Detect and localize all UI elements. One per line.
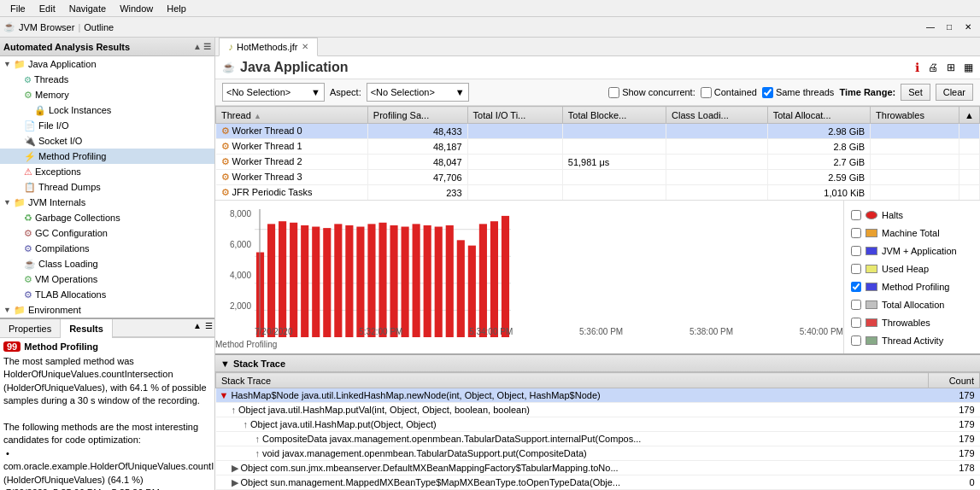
stack-row[interactable]: ↑Object java.util.HashMap.put(Object, Ob… [216,417,980,432]
legend-item[interactable]: Thread Activity [851,333,973,348]
contained-check[interactable]: Contained [701,87,757,98]
table-row[interactable]: ⚙Worker Thread 3 47,706 2.59 GiB [216,170,980,185]
col-thread[interactable]: Thread ▲ [216,107,368,124]
table-row[interactable]: ⚙Worker Thread 2 48,047 51,981 μs 2.7 Gi… [216,155,980,170]
thread-table-scroll[interactable]: Thread ▲ Profiling Sa... Total I/O Ti...… [215,106,980,200]
menu-navigate[interactable]: Navigate [62,2,113,15]
print-icon[interactable]: 🖨 [928,61,938,73]
tree-vm-ops[interactable]: ⚙ VM Operations [0,271,214,287]
legend-checkbox[interactable] [851,246,861,256]
toolbar-close[interactable]: ✕ [959,19,977,36]
stack-row[interactable]: ↑CompositeData javax.management.openmbea… [216,432,980,446]
tree-lock-instances[interactable]: 🔒 Lock Instances [0,102,214,118]
legend-item[interactable]: Machine Total [851,225,973,241]
stack-row[interactable]: ↑void javax.management.openmbean.Tabular… [216,446,980,461]
legend-item[interactable]: Halts [851,207,973,223]
environment-label: Environment [28,305,81,315]
legend-item[interactable]: Total Allocation [851,297,973,312]
tree-method-profiling[interactable]: ⚡ Method Profiling [0,149,214,164]
legend-checkbox[interactable] [851,264,861,274]
automated-analysis-title: Automated Analysis Results [3,42,130,52]
stack-row[interactable]: ▶Object sun.management.MappedMXBeanType$… [216,475,980,490]
set-button[interactable]: Set [901,84,930,101]
tree-environment[interactable]: ▼ 📁 Environment [0,302,214,318]
tree-compilations[interactable]: ⚙ Compilations [0,241,214,256]
stack-row[interactable]: ▶Object com.sun.jmx.mbeanserver.DefaultM… [216,461,980,475]
env-arrow[interactable]: ▼ [3,306,14,314]
col-profiling[interactable]: Profiling Sa... [367,107,467,124]
stack-row[interactable]: ↑Object java.util.HashMap.putVal(int, Ob… [216,403,980,417]
tree-exceptions[interactable]: ⚠ Exceptions [0,164,214,179]
legend-item[interactable]: JVM + Application [851,243,973,259]
outline-label[interactable]: Outline [84,22,114,32]
toolbar-maximize[interactable]: □ [941,19,958,36]
stack-row[interactable]: ▼HashMap$Node java.util.LinkedHashMap.ne… [216,388,980,403]
header-menu-icon[interactable]: ☰ [203,42,211,51]
layout-icon[interactable]: ▦ [964,61,973,73]
concurrent-checkbox[interactable] [608,87,619,98]
tree-java-application[interactable]: ▼ 📁 Java Application [0,56,214,72]
tree-socket-io[interactable]: 🔌 Socket I/O [0,133,214,149]
tree-file-io[interactable]: 📄 File I/O [0,118,214,133]
table-row[interactable]: ⚙Worker Thread 0 48,433 2.98 GiB [216,124,980,139]
legend-checkbox[interactable] [851,210,861,220]
stack-scroll[interactable]: Stack Trace Count ▼HashMap$Node java.uti… [215,372,980,490]
same-threads-check[interactable]: Same threads [762,87,834,98]
tab-hotmethods[interactable]: ♪ HotMethods.jfr ✕ [219,38,318,56]
expand-java-app-arrow[interactable]: ▼ [3,60,14,68]
cell-throws [871,170,959,185]
legend-checkbox[interactable] [851,228,861,238]
legend-item[interactable]: Throwables [851,315,973,330]
contained-checkbox[interactable] [701,87,712,98]
same-threads-checkbox[interactable] [762,87,773,98]
selection-dropdown[interactable]: <No Selection> ▼ [222,83,325,102]
menu-help[interactable]: Help [160,2,193,15]
table-row[interactable]: ⚙JFR Periodic Tasks 233 1,010 KiB [216,185,980,201]
tree-class-loading[interactable]: ☕ Class Loading [0,256,214,271]
jvm-browser-label[interactable]: JVM Browser [19,22,74,32]
tree-thread-dumps[interactable]: 📋 Thread Dumps [0,179,214,195]
svg-rect-19 [424,225,431,337]
tree-jvm-internals[interactable]: ▼ 📁 JVM Internals [0,195,214,210]
legend-checkbox[interactable] [851,318,861,328]
legend-item[interactable]: Used Heap [851,261,973,277]
header-collapse-icon[interactable]: ▲ [193,42,202,51]
legend-item[interactable]: Method Profiling [851,279,973,295]
legend-color-box [866,318,877,327]
col-class[interactable]: Class Loadi... [666,107,768,124]
tree-memory[interactable]: ⚙ Memory [0,87,214,102]
col-io-time[interactable]: Total I/O Ti... [467,107,562,124]
jvm-arrow[interactable]: ▼ [3,198,14,207]
collapse-icon[interactable]: ▼ [220,359,230,369]
tab-results[interactable]: Results [61,319,113,338]
col-blocked[interactable]: Total Blocke... [562,107,666,124]
props-panel-menu[interactable]: ☰ [203,319,214,337]
toolbar-minimize[interactable]: — [922,19,939,36]
menu-file[interactable]: File [3,2,32,15]
menu-edit[interactable]: Edit [32,2,62,15]
col-expand[interactable]: ▲ [959,107,980,124]
aspect-dropdown[interactable]: <No Selection> ▼ [367,83,469,102]
props-panel-collapse[interactable]: ▲ [191,319,203,337]
menu-window[interactable]: Window [113,2,160,15]
tab-close-icon[interactable]: ✕ [302,42,308,51]
tab-properties[interactable]: Properties [0,319,61,338]
col-alloc[interactable]: Total Allocat... [767,107,870,124]
info-icon[interactable]: ℹ [915,61,919,74]
grid-icon[interactable]: ⊞ [947,61,955,73]
legend-checkbox[interactable] [851,300,861,310]
stack-col-count[interactable]: Count [929,373,980,388]
legend-color-box [866,336,877,345]
tree-tlab[interactable]: ⚙ TLAB Allocations [0,287,214,302]
tree-threads[interactable]: ⚙ Threads [0,72,214,87]
tree-gc-config[interactable]: ⚙ GC Configuration [0,225,214,241]
legend-checkbox[interactable] [851,335,861,346]
legend-checkbox[interactable] [851,282,861,292]
clear-button[interactable]: Clear [936,84,973,101]
stack-col-trace[interactable]: Stack Trace [216,373,929,388]
show-concurrent-check[interactable]: Show concurrent: [608,87,695,98]
col-throwables[interactable]: Throwables [871,107,959,124]
tree-gc[interactable]: ♻ Garbage Collections [0,210,214,225]
table-row[interactable]: ⚙Worker Thread 1 48,187 2.8 GiB [216,139,980,155]
legend-color-box [866,283,877,291]
